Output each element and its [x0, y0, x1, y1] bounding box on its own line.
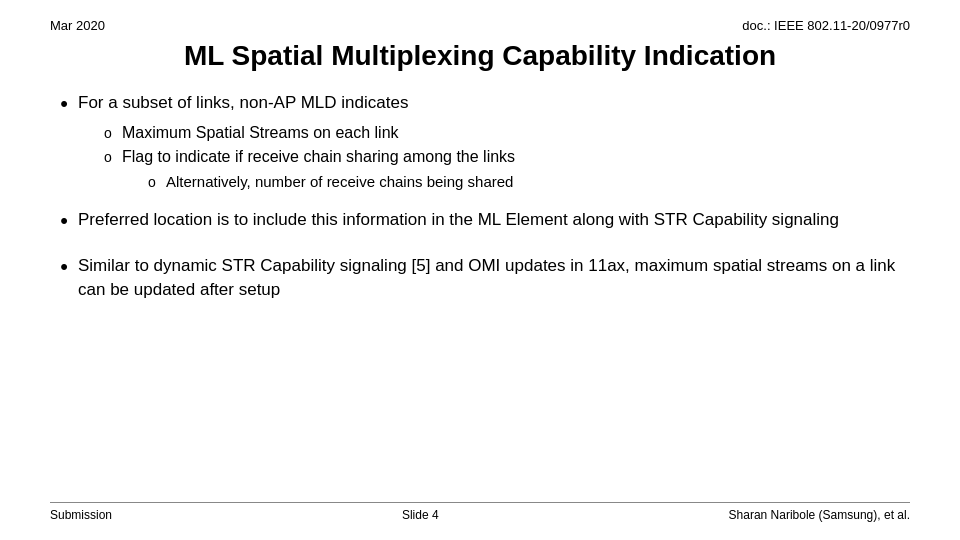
sub-sub-bullet-1-1: o Alternatively, number of receive chain…: [138, 171, 910, 193]
header-bar: Mar 2020 doc.: IEEE 802.11-20/0977r0: [50, 18, 910, 33]
sub-sub-bullet-dot-1-1: o: [138, 171, 166, 193]
bullet-main-3: • Similar to dynamic STR Capability sign…: [50, 254, 910, 302]
bullet-dot-3: •: [50, 254, 78, 280]
sub-bullet-dot-1-1: o: [94, 122, 122, 144]
sub-bullet-text-1-2: Flag to indicate if receive chain sharin…: [122, 146, 515, 168]
bullet-main-2: • Preferred location is to include this …: [50, 208, 910, 234]
sub-bullet-dot-1-2: o: [94, 146, 122, 168]
slide-container: Mar 2020 doc.: IEEE 802.11-20/0977r0 ML …: [0, 0, 960, 540]
footer-submission: Submission: [50, 508, 112, 522]
sub-bullet-1-2: o Flag to indicate if receive chain shar…: [94, 146, 910, 168]
content-area: • For a subset of links, non-AP MLD indi…: [50, 91, 910, 502]
bullet-text-2: Preferred location is to include this in…: [78, 208, 910, 232]
slide-title: ML Spatial Multiplexing Capability Indic…: [50, 39, 910, 73]
sub-sub-bullet-text-1-1: Alternatively, number of receive chains …: [166, 171, 513, 192]
header-doc: doc.: IEEE 802.11-20/0977r0: [742, 18, 910, 33]
bullet-main-1: • For a subset of links, non-AP MLD indi…: [50, 91, 910, 117]
footer-author: Sharan Naribole (Samsung), et al.: [729, 508, 910, 522]
footer-slide: Slide 4: [402, 508, 439, 522]
bullet-section-3: • Similar to dynamic STR Capability sign…: [50, 254, 910, 307]
bullet-section-2: • Preferred location is to include this …: [50, 208, 910, 239]
sub-bullets-1: o Maximum Spatial Streams on each link o…: [94, 122, 910, 192]
bullet-text-3: Similar to dynamic STR Capability signal…: [78, 254, 910, 302]
bullet-text-1: For a subset of links, non-AP MLD indica…: [78, 91, 910, 115]
sub-sub-bullets-1: o Alternatively, number of receive chain…: [138, 171, 910, 193]
sub-bullet-1-1: o Maximum Spatial Streams on each link: [94, 122, 910, 144]
header-date: Mar 2020: [50, 18, 105, 33]
sub-bullet-text-1-1: Maximum Spatial Streams on each link: [122, 122, 399, 144]
bullet-dot-1: •: [50, 91, 78, 117]
bullet-section-1: • For a subset of links, non-AP MLD indi…: [50, 91, 910, 195]
footer-bar: Submission Slide 4 Sharan Naribole (Sams…: [50, 502, 910, 522]
bullet-dot-2: •: [50, 208, 78, 234]
